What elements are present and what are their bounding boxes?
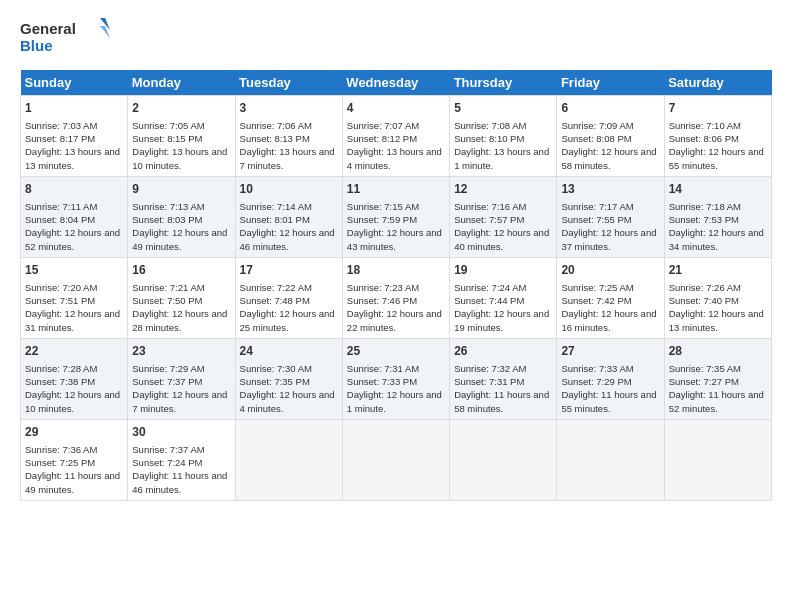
sunrise-text: Sunrise: 7:24 AM	[454, 282, 526, 293]
daylight-text: Daylight: 11 hours and 52 minutes.	[669, 389, 764, 413]
sunrise-text: Sunrise: 7:06 AM	[240, 120, 312, 131]
day-cell-6: 6Sunrise: 7:09 AMSunset: 8:08 PMDaylight…	[557, 96, 664, 177]
day-header-wednesday: Wednesday	[342, 70, 449, 96]
day-cell-25: 25Sunrise: 7:31 AMSunset: 7:33 PMDayligh…	[342, 338, 449, 419]
day-header-tuesday: Tuesday	[235, 70, 342, 96]
calendar-week-2: 8Sunrise: 7:11 AMSunset: 8:04 PMDaylight…	[21, 176, 772, 257]
day-cell-27: 27Sunrise: 7:33 AMSunset: 7:29 PMDayligh…	[557, 338, 664, 419]
daylight-text: Daylight: 12 hours and 55 minutes.	[669, 146, 764, 170]
day-number: 30	[132, 424, 230, 441]
day-cell-22: 22Sunrise: 7:28 AMSunset: 7:38 PMDayligh…	[21, 338, 128, 419]
sunrise-text: Sunrise: 7:31 AM	[347, 363, 419, 374]
day-number: 25	[347, 343, 445, 360]
day-number: 28	[669, 343, 767, 360]
sunrise-text: Sunrise: 7:09 AM	[561, 120, 633, 131]
logo: General Blue	[20, 16, 110, 60]
daylight-text: Daylight: 12 hours and 13 minutes.	[669, 308, 764, 332]
sunrise-text: Sunrise: 7:23 AM	[347, 282, 419, 293]
svg-text:Blue: Blue	[20, 37, 53, 54]
sunrise-text: Sunrise: 7:32 AM	[454, 363, 526, 374]
sunset-text: Sunset: 7:38 PM	[25, 376, 95, 387]
sunset-text: Sunset: 8:10 PM	[454, 133, 524, 144]
sunset-text: Sunset: 7:44 PM	[454, 295, 524, 306]
sunset-text: Sunset: 8:03 PM	[132, 214, 202, 225]
day-cell-17: 17Sunrise: 7:22 AMSunset: 7:48 PMDayligh…	[235, 257, 342, 338]
sunrise-text: Sunrise: 7:11 AM	[25, 201, 97, 212]
daylight-text: Daylight: 12 hours and 1 minute.	[347, 389, 442, 413]
sunset-text: Sunset: 7:55 PM	[561, 214, 631, 225]
sunset-text: Sunset: 7:37 PM	[132, 376, 202, 387]
day-number: 29	[25, 424, 123, 441]
day-cell-30: 30Sunrise: 7:37 AMSunset: 7:24 PMDayligh…	[128, 419, 235, 500]
sunset-text: Sunset: 8:15 PM	[132, 133, 202, 144]
empty-cell	[342, 419, 449, 500]
sunrise-text: Sunrise: 7:28 AM	[25, 363, 97, 374]
day-number: 27	[561, 343, 659, 360]
daylight-text: Daylight: 12 hours and 28 minutes.	[132, 308, 227, 332]
daylight-text: Daylight: 12 hours and 52 minutes.	[25, 227, 120, 251]
sunset-text: Sunset: 7:40 PM	[669, 295, 739, 306]
day-number: 16	[132, 262, 230, 279]
day-cell-15: 15Sunrise: 7:20 AMSunset: 7:51 PMDayligh…	[21, 257, 128, 338]
sunrise-text: Sunrise: 7:33 AM	[561, 363, 633, 374]
sunset-text: Sunset: 8:04 PM	[25, 214, 95, 225]
day-number: 26	[454, 343, 552, 360]
day-header-sunday: Sunday	[21, 70, 128, 96]
sunset-text: Sunset: 8:08 PM	[561, 133, 631, 144]
day-cell-24: 24Sunrise: 7:30 AMSunset: 7:35 PMDayligh…	[235, 338, 342, 419]
sunset-text: Sunset: 8:13 PM	[240, 133, 310, 144]
sunrise-text: Sunrise: 7:25 AM	[561, 282, 633, 293]
sunset-text: Sunset: 7:29 PM	[561, 376, 631, 387]
sunset-text: Sunset: 8:06 PM	[669, 133, 739, 144]
day-cell-5: 5Sunrise: 7:08 AMSunset: 8:10 PMDaylight…	[450, 96, 557, 177]
day-cell-16: 16Sunrise: 7:21 AMSunset: 7:50 PMDayligh…	[128, 257, 235, 338]
day-number: 4	[347, 100, 445, 117]
day-header-monday: Monday	[128, 70, 235, 96]
day-cell-1: 1Sunrise: 7:03 AMSunset: 8:17 PMDaylight…	[21, 96, 128, 177]
sunset-text: Sunset: 8:01 PM	[240, 214, 310, 225]
calendar-week-1: 1Sunrise: 7:03 AMSunset: 8:17 PMDaylight…	[21, 96, 772, 177]
sunrise-text: Sunrise: 7:10 AM	[669, 120, 741, 131]
sunrise-text: Sunrise: 7:15 AM	[347, 201, 419, 212]
day-number: 7	[669, 100, 767, 117]
day-number: 1	[25, 100, 123, 117]
day-cell-11: 11Sunrise: 7:15 AMSunset: 7:59 PMDayligh…	[342, 176, 449, 257]
day-number: 20	[561, 262, 659, 279]
daylight-text: Daylight: 12 hours and 31 minutes.	[25, 308, 120, 332]
sunrise-text: Sunrise: 7:18 AM	[669, 201, 741, 212]
day-cell-14: 14Sunrise: 7:18 AMSunset: 7:53 PMDayligh…	[664, 176, 771, 257]
day-cell-20: 20Sunrise: 7:25 AMSunset: 7:42 PMDayligh…	[557, 257, 664, 338]
calendar-week-5: 29Sunrise: 7:36 AMSunset: 7:25 PMDayligh…	[21, 419, 772, 500]
day-cell-9: 9Sunrise: 7:13 AMSunset: 8:03 PMDaylight…	[128, 176, 235, 257]
day-number: 22	[25, 343, 123, 360]
sunrise-text: Sunrise: 7:07 AM	[347, 120, 419, 131]
day-cell-2: 2Sunrise: 7:05 AMSunset: 8:15 PMDaylight…	[128, 96, 235, 177]
sunrise-text: Sunrise: 7:36 AM	[25, 444, 97, 455]
sunset-text: Sunset: 8:17 PM	[25, 133, 95, 144]
daylight-text: Daylight: 11 hours and 46 minutes.	[132, 470, 227, 494]
sunset-text: Sunset: 7:53 PM	[669, 214, 739, 225]
daylight-text: Daylight: 12 hours and 49 minutes.	[132, 227, 227, 251]
day-cell-3: 3Sunrise: 7:06 AMSunset: 8:13 PMDaylight…	[235, 96, 342, 177]
calendar-week-3: 15Sunrise: 7:20 AMSunset: 7:51 PMDayligh…	[21, 257, 772, 338]
empty-cell	[450, 419, 557, 500]
day-header-saturday: Saturday	[664, 70, 771, 96]
sunset-text: Sunset: 7:50 PM	[132, 295, 202, 306]
sunrise-text: Sunrise: 7:14 AM	[240, 201, 312, 212]
sunrise-text: Sunrise: 7:20 AM	[25, 282, 97, 293]
daylight-text: Daylight: 12 hours and 4 minutes.	[240, 389, 335, 413]
day-header-friday: Friday	[557, 70, 664, 96]
daylight-text: Daylight: 12 hours and 25 minutes.	[240, 308, 335, 332]
daylight-text: Daylight: 12 hours and 37 minutes.	[561, 227, 656, 251]
sunset-text: Sunset: 7:24 PM	[132, 457, 202, 468]
sunset-text: Sunset: 7:25 PM	[25, 457, 95, 468]
daylight-text: Daylight: 13 hours and 7 minutes.	[240, 146, 335, 170]
daylight-text: Daylight: 12 hours and 40 minutes.	[454, 227, 549, 251]
day-cell-18: 18Sunrise: 7:23 AMSunset: 7:46 PMDayligh…	[342, 257, 449, 338]
header-row: SundayMondayTuesdayWednesdayThursdayFrid…	[21, 70, 772, 96]
sunrise-text: Sunrise: 7:16 AM	[454, 201, 526, 212]
sunset-text: Sunset: 7:42 PM	[561, 295, 631, 306]
day-cell-7: 7Sunrise: 7:10 AMSunset: 8:06 PMDaylight…	[664, 96, 771, 177]
day-cell-19: 19Sunrise: 7:24 AMSunset: 7:44 PMDayligh…	[450, 257, 557, 338]
sunset-text: Sunset: 8:12 PM	[347, 133, 417, 144]
